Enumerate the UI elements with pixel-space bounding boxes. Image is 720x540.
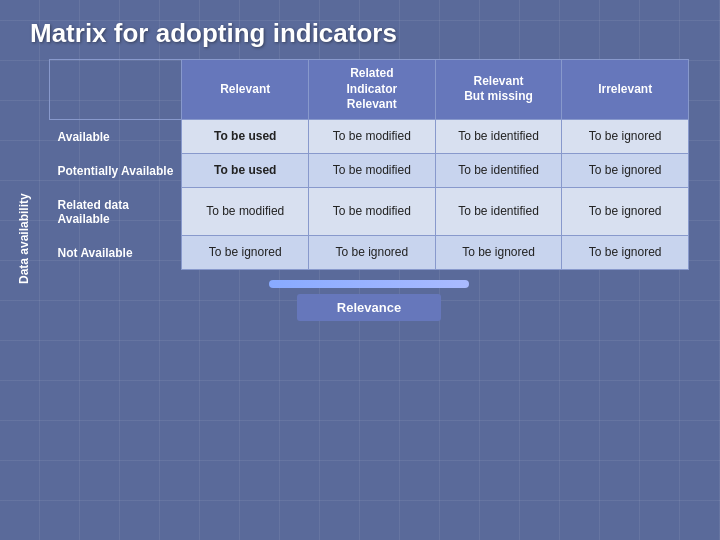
cell-r1-c0: To be used [182, 154, 309, 188]
header-irrelevant: Irrelevant [562, 60, 689, 120]
relevance-label: Relevance [297, 294, 441, 321]
page-title: Matrix for adopting indicators [0, 0, 720, 59]
cell-r0-c1: To be modified [309, 119, 436, 154]
table-row: Not AvailableTo be ignoredTo be ignoredT… [50, 236, 689, 270]
table-row: Related data AvailableTo be modifiedTo b… [50, 188, 689, 236]
header-relevant-missing: Relevant But missing [435, 60, 562, 120]
row-label-0: Available [50, 119, 182, 154]
cell-r3-c2: To be ignored [435, 236, 562, 270]
table-row: Potentially AvailableTo be usedTo be mod… [50, 154, 689, 188]
cell-r1-c1: To be modified [309, 154, 436, 188]
header-related-indicator: Related Indicator Relevant [309, 60, 436, 120]
cell-r3-c0: To be ignored [182, 236, 309, 270]
cell-r1-c2: To be identified [435, 154, 562, 188]
cell-r2-c2: To be identified [435, 188, 562, 236]
cell-r2-c3: To be ignored [562, 188, 689, 236]
row-label-2: Related data Available [50, 188, 182, 236]
cell-r3-c3: To be ignored [562, 236, 689, 270]
cell-r0-c0: To be used [182, 119, 309, 154]
cell-r3-c1: To be ignored [309, 236, 436, 270]
cell-r2-c1: To be modified [309, 188, 436, 236]
cell-r2-c0: To be modified [182, 188, 309, 236]
table-row: AvailableTo be usedTo be modifiedTo be i… [50, 119, 689, 154]
cell-r1-c3: To be ignored [562, 154, 689, 188]
data-availability-label: Data availability [10, 179, 38, 299]
empty-header [50, 60, 182, 120]
row-label-3: Not Available [50, 236, 182, 270]
cell-r0-c2: To be identified [435, 119, 562, 154]
bottom-area: Relevance [269, 280, 469, 321]
row-label-1: Potentially Available [50, 154, 182, 188]
relevance-bar [269, 280, 469, 288]
header-relevant: Relevant [182, 60, 309, 120]
cell-r0-c3: To be ignored [562, 119, 689, 154]
